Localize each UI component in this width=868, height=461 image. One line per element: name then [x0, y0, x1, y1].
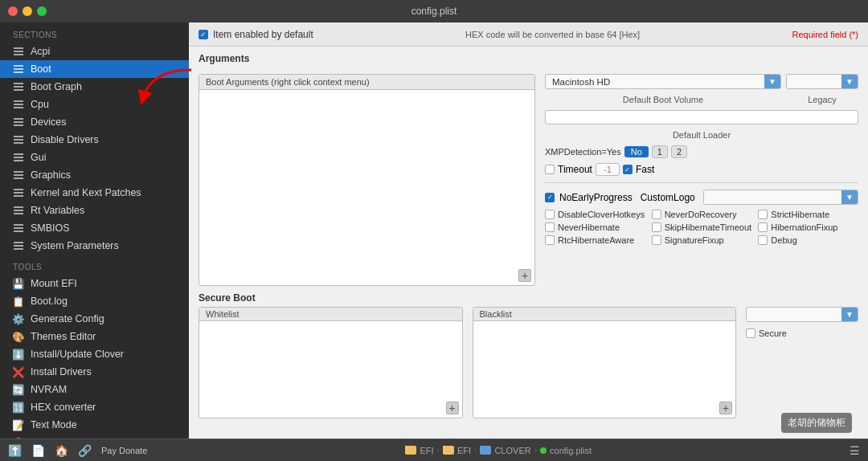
breadcrumb-sep-2: ›: [474, 446, 477, 455]
skip-hibernate-timeout-checkbox[interactable]: [652, 222, 661, 232]
sidebar-item-boot[interactable]: Boot: [0, 60, 189, 78]
never-hibernate-checkbox[interactable]: [545, 222, 555, 232]
debug-checkbox[interactable]: [758, 235, 768, 245]
xmp-no-button[interactable]: No: [624, 146, 649, 157]
debug-row: Debug: [758, 235, 858, 245]
disable-clover-hotkeys-checkbox[interactable]: [545, 210, 555, 219]
close-button[interactable]: [8, 6, 18, 16]
blacklist-box: Blacklist +: [473, 307, 737, 418]
sidebar-item-devices[interactable]: Devices: [0, 113, 189, 131]
strict-hibernate-label: StrictHibernate: [771, 210, 829, 219]
secure-checkbox[interactable]: [746, 328, 755, 338]
download-icon: ⬇️: [13, 349, 24, 360]
sidebar-label-install-clover: Install/Update Clover: [31, 349, 124, 360]
timeout-input[interactable]: [596, 163, 620, 176]
sidebar-item-install-clover[interactable]: ⬇️ Install/Update Clover: [0, 345, 189, 363]
bottom-icon-2[interactable]: 📄: [31, 444, 45, 457]
settings-icon[interactable]: ☰: [850, 444, 860, 457]
options-grid: DisableCloverHotkeys NeverDoRecovery Str…: [545, 210, 858, 245]
sidebar-label-smbios: SMBIOS: [31, 222, 70, 234]
rtc-hibernate-aware-label: RtcHibernateAware: [558, 235, 634, 245]
sidebar-item-disable-drivers[interactable]: Disable Drivers: [0, 131, 189, 149]
hibernation-fixup-checkbox[interactable]: [758, 222, 768, 232]
custom-logo-select[interactable]: ▼: [703, 190, 858, 205]
sidebar-item-install-drivers[interactable]: ❌ Install Drivers: [0, 363, 189, 381]
sidebar-item-rt-variables[interactable]: Rt Variables: [0, 202, 189, 219]
rtc-hibernate-aware-checkbox[interactable]: [545, 235, 555, 245]
legacy-arrow[interactable]: ▼: [841, 75, 858, 88]
boot-args-add-button[interactable]: +: [518, 269, 531, 282]
custom-logo-arrow[interactable]: ▼: [841, 190, 858, 204]
sidebar-item-kernel[interactable]: Kernel and Kext Patches: [0, 184, 189, 202]
sidebar-item-themes-editor[interactable]: 🎨 Themes Editor: [0, 328, 189, 345]
sidebar-item-generate-config[interactable]: ⚙️ Generate Config: [0, 310, 189, 328]
no-early-checkbox[interactable]: [545, 193, 555, 202]
secure-select-arrow[interactable]: ▼: [841, 308, 858, 321]
bottom-icon-1[interactable]: ⬆️: [8, 444, 22, 457]
sidebar-item-boot-log[interactable]: 📋 Boot.log: [0, 292, 189, 310]
xmp-1-button[interactable]: 1: [652, 145, 668, 158]
sidebar-item-system-parameters[interactable]: System Parameters: [0, 237, 189, 255]
boot-args-header: Boot Arguments (right click context menu…: [199, 75, 534, 90]
sidebar-label-graphics: Graphics: [31, 169, 71, 181]
sidebar-item-graphics[interactable]: Graphics: [0, 166, 189, 184]
required-field: Required field (*): [792, 30, 858, 39]
secure-boot-title: Secure Boot: [199, 292, 858, 304]
sidebar-item-cpu[interactable]: Cpu: [0, 96, 189, 113]
disable-clover-hotkeys-row: DisableCloverHotkeys: [545, 210, 645, 219]
sidebar-label-nvram: NVRAM: [31, 384, 67, 395]
efi1-folder-icon: [405, 446, 416, 455]
default-boot-volume-label: Default Boot Volume: [623, 95, 703, 104]
legacy-select[interactable]: ▼: [786, 74, 858, 89]
sidebar-item-nvram[interactable]: 🔄 NVRAM: [0, 381, 189, 398]
sidebar-item-mount-efi[interactable]: 💾 Mount EFI: [0, 275, 189, 292]
list-icon: [13, 152, 24, 163]
signature-fixup-label: SignatureFixup: [665, 235, 724, 245]
sidebar-item-smbios[interactable]: SMBIOS: [0, 219, 189, 237]
never-do-recovery-label: NeverDoRecovery: [665, 210, 737, 219]
minimize-button[interactable]: [23, 6, 32, 16]
sections-label: SECTIONS: [0, 22, 189, 43]
sidebar-label-install-drivers: Install Drivers: [31, 366, 92, 377]
bottom-icon-pay[interactable]: Pay Donate: [101, 446, 147, 455]
timeout-checkbox[interactable]: [545, 165, 555, 174]
xmp-2-button[interactable]: 2: [671, 145, 687, 158]
titlebar-buttons: [8, 6, 47, 16]
signature-fixup-checkbox[interactable]: [652, 235, 661, 245]
sidebar-item-gui[interactable]: Gui: [0, 149, 189, 166]
whitelist-header: Whitelist: [199, 308, 462, 321]
never-do-recovery-checkbox[interactable]: [652, 210, 661, 219]
config-dot-icon: [540, 447, 547, 454]
log-icon: 📋: [13, 296, 24, 307]
sidebar-item-boot-graph[interactable]: Boot Graph: [0, 78, 189, 96]
hibernation-fixup-label: HibernationFixup: [771, 222, 837, 232]
xmp-text: XMPDetection=Yes: [545, 147, 621, 157]
blacklist-add-button[interactable]: +: [719, 402, 732, 414]
secure-select[interactable]: ▼: [746, 307, 858, 322]
hex-icon: 🔢: [13, 402, 24, 413]
breadcrumb-sep-1: ›: [437, 446, 440, 455]
list-icon: [13, 134, 24, 145]
fast-label: Fast: [636, 164, 654, 175]
boot-args-left: Boot Arguments (right click context menu…: [199, 74, 535, 286]
content-area: Item enabled by default HEX code will be…: [189, 22, 868, 439]
sidebar-item-text-mode[interactable]: 📝 Text Mode: [0, 416, 189, 434]
hibernation-fixup-row: HibernationFixup: [758, 222, 858, 232]
fast-checkbox[interactable]: [623, 165, 633, 174]
strict-hibernate-checkbox[interactable]: [758, 210, 768, 219]
default-boot-volume-arrow[interactable]: ▼: [764, 75, 780, 88]
bottom-icon-4[interactable]: 🔗: [78, 444, 92, 457]
sidebar-item-hex-converter[interactable]: 🔢 HEX converter: [0, 398, 189, 416]
default-loader-input[interactable]: [545, 110, 858, 124]
sidebar-label-boot-graph: Boot Graph: [31, 81, 82, 92]
maximize-button[interactable]: [37, 6, 47, 16]
whitelist-add-button[interactable]: +: [446, 402, 459, 414]
default-boot-volume-select[interactable]: Macintosh HD ▼: [545, 74, 781, 89]
sidebar-item-acpi[interactable]: Acpi: [0, 43, 189, 60]
breadcrumb-efi2: EFI: [443, 446, 471, 455]
skip-hibernate-timeout-row: SkipHibernateTimeout: [652, 222, 752, 232]
no-early-row: NoEarlyProgress CustomLogo ▼: [545, 190, 858, 205]
bottom-icon-3[interactable]: 🏠: [55, 444, 68, 457]
item-enabled-checkbox[interactable]: [199, 30, 208, 39]
boot-args-textarea[interactable]: [199, 90, 534, 283]
